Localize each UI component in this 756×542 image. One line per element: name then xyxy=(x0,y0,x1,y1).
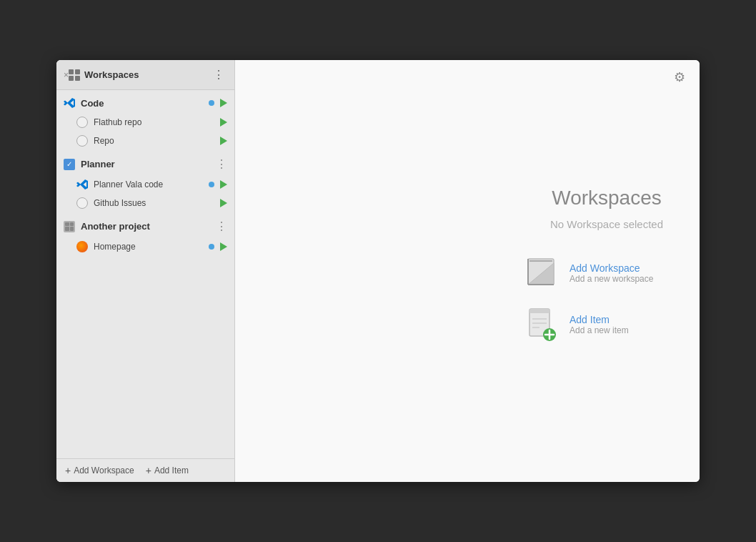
homepage-play[interactable] xyxy=(220,242,227,251)
sidebar-title: Workspaces xyxy=(84,69,139,80)
main-empty-state: Workspaces No Workspace selected Add Wor… xyxy=(514,94,700,482)
add-workspace-subtitle: Add a new workspace xyxy=(570,274,653,284)
planner-vala-dot xyxy=(209,182,214,187)
workspace-code-label: Code xyxy=(81,98,203,109)
homepage-label: Homepage xyxy=(94,242,203,252)
workspace-group-header-code[interactable]: Code xyxy=(56,93,234,113)
workspace-group-another: Another project ⋮ Homepage xyxy=(56,215,234,256)
item-repo[interactable]: Repo xyxy=(56,132,234,150)
svg-rect-6 xyxy=(529,309,549,313)
another-project-icon xyxy=(64,221,75,232)
add-workspace-icon xyxy=(525,256,559,290)
footer-add-item-button[interactable]: + Add Item xyxy=(146,465,189,476)
workspace-planner-label: Planner xyxy=(81,159,210,169)
sidebar: × Workspaces ⋮ Code xyxy=(56,60,235,482)
item-flathub-repo[interactable]: Flathub repo xyxy=(56,113,234,132)
firefox-icon xyxy=(76,241,88,252)
footer-add-workspace-button[interactable]: + Add Workspace xyxy=(65,465,134,476)
svg-rect-2 xyxy=(529,260,552,262)
another-menu-button[interactable]: ⋮ xyxy=(216,220,227,233)
repo-label: Repo xyxy=(94,136,214,146)
add-workspace-action[interactable]: Add Workspace Add a new workspace xyxy=(514,250,700,296)
footer-add-item-label: Add Item xyxy=(154,465,189,476)
footer-add-workspace-label: Add Workspace xyxy=(74,465,134,476)
code-play[interactable] xyxy=(220,99,227,107)
planner-vala-icon xyxy=(76,179,88,190)
settings-button[interactable]: ⚙ xyxy=(670,67,690,87)
planner-vala-label: Planner Vala code xyxy=(94,179,203,189)
item-github-issues[interactable]: Github Issues xyxy=(56,194,234,212)
repo-icon xyxy=(76,135,88,147)
github-issues-icon xyxy=(76,197,88,209)
workspace-group-header-another[interactable]: Another project ⋮ xyxy=(56,215,234,237)
workspace-another-label: Another project xyxy=(81,221,210,232)
code-dot xyxy=(209,100,214,106)
main-toolbar: ⚙ xyxy=(235,60,700,94)
gear-icon: ⚙ xyxy=(674,69,685,85)
add-item-plus-icon: + xyxy=(146,465,151,476)
add-item-action[interactable]: Add Item Add a new item xyxy=(514,302,700,348)
github-issues-label: Github Issues xyxy=(94,198,214,208)
add-item-text: Add Item Add a new item xyxy=(570,314,629,335)
workspace-group-code: Code Flathub repo Repo xyxy=(56,93,234,150)
flathub-label: Flathub repo xyxy=(94,117,214,127)
add-workspace-title: Add Workspace xyxy=(570,262,653,274)
sidebar-footer: + Add Workspace + Add Item xyxy=(56,458,234,482)
flathub-play[interactable] xyxy=(220,118,227,127)
homepage-dot xyxy=(209,244,214,250)
workspace-group-header-planner[interactable]: ✓ Planner ⋮ xyxy=(56,153,234,175)
add-workspace-plus-icon: + xyxy=(65,465,71,476)
planner-menu-button[interactable]: ⋮ xyxy=(216,157,227,171)
sidebar-content: Code Flathub repo Repo ✓ xyxy=(56,90,234,458)
main-subtitle: No Workspace selected xyxy=(550,218,663,230)
repo-play[interactable] xyxy=(220,137,227,145)
item-planner-vala[interactable]: Planner Vala code xyxy=(56,175,234,194)
planner-vala-play[interactable] xyxy=(220,180,227,189)
vscode-icon xyxy=(64,97,75,109)
add-item-title: Add Item xyxy=(570,314,629,325)
main-title: Workspaces xyxy=(552,187,662,210)
sidebar-header-menu-button[interactable]: ⋮ xyxy=(210,66,227,83)
workspace-group-planner: ✓ Planner ⋮ Planner Vala code xyxy=(56,153,234,212)
item-homepage[interactable]: Homepage xyxy=(56,237,234,256)
add-item-subtitle: Add a new item xyxy=(570,325,629,335)
add-item-icon xyxy=(525,307,559,342)
sidebar-header: × Workspaces ⋮ xyxy=(56,60,234,90)
workspaces-header-icon xyxy=(69,69,80,81)
planner-icon: ✓ xyxy=(64,159,75,170)
add-workspace-text: Add Workspace Add a new workspace xyxy=(570,262,653,284)
close-button[interactable]: × xyxy=(64,71,69,79)
github-issues-play[interactable] xyxy=(220,199,227,207)
main-content: ⚙ Workspaces No Workspace selected Add W… xyxy=(235,60,700,482)
flathub-icon xyxy=(76,117,88,128)
